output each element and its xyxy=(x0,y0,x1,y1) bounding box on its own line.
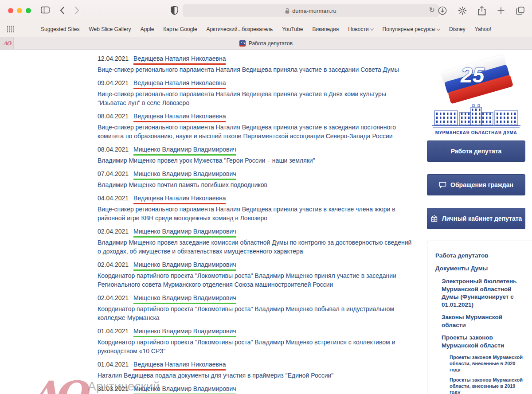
news-date: 01.04.2021 xyxy=(98,360,129,369)
page-content: АО Арктический обозреватель 12.04.2021 В… xyxy=(0,50,532,394)
news-author-link[interactable]: Ведищева Наталия Николаевна xyxy=(133,112,226,122)
news-author-link[interactable]: Мищенко Владимир Владимирович xyxy=(133,384,236,394)
news-author-link[interactable]: Мищенко Владимир Владимирович xyxy=(133,227,236,238)
duma-logo: 25 лет xyxy=(427,57,525,135)
news-date: 09.04.2021 xyxy=(98,78,129,87)
news-date: 07.04.2021 xyxy=(98,169,129,178)
bookmark-item[interactable]: Новости xyxy=(348,26,373,32)
site-favicon xyxy=(239,40,246,47)
news-author-link[interactable]: Мищенко Владимир Владимирович xyxy=(133,260,236,271)
bookmarks-bar: Suggested Sites Web Slice Gallery Apple … xyxy=(0,21,532,37)
reload-icon[interactable]: ↻ xyxy=(429,6,435,14)
news-date: 02.04.2021 xyxy=(98,260,129,269)
downloads-icon[interactable] xyxy=(438,6,447,15)
share-icon[interactable] xyxy=(478,6,486,16)
new-tab-icon[interactable] xyxy=(497,7,505,15)
citizen-appeals-label: Обращения граждан xyxy=(450,181,513,188)
news-author-link[interactable]: Мищенко Владимир Владимирович xyxy=(133,169,236,180)
bookmark-label: YouTube xyxy=(282,26,303,32)
start-page-grid-icon[interactable] xyxy=(7,26,14,32)
news-author-link[interactable]: Мищенко Владимир Владимирович xyxy=(133,293,236,304)
news-item: 08.04.2021 Мищенко Владимир Владимирович… xyxy=(98,145,416,165)
sidebar-nav-box: Работа депутатов Документы Думы Электрон… xyxy=(427,241,532,394)
bookmark-item[interactable]: Disney xyxy=(449,26,466,32)
news-text: Владимир Мищенко почтил память погибших … xyxy=(98,180,416,189)
bookmark-item[interactable]: Википедия xyxy=(312,26,339,32)
news-date: 12.04.2021 xyxy=(98,54,129,63)
sidebar-nav-link[interactable]: Проекты законов Мурманской области, внес… xyxy=(450,354,526,373)
bookmark-item[interactable]: Suggested Sites xyxy=(41,26,79,32)
bookmark-item[interactable]: YouTube xyxy=(282,26,303,32)
bookmarks-list: Suggested Sites Web Slice Gallery Apple … xyxy=(41,26,491,32)
news-author-link[interactable]: Ведищева Наталия Николаевна xyxy=(133,78,226,89)
sidebar-nav-link[interactable]: Документы Думы xyxy=(435,265,532,272)
deputy-cabinet-label: Личный кабинет депутата xyxy=(442,215,522,222)
tab-bar: АО Работа депутатов xyxy=(0,37,532,50)
pinned-tab-favicon: АО xyxy=(3,40,10,47)
news-author-link[interactable]: Мищенко Владимир Владимирович xyxy=(133,327,236,337)
bookmark-label: Карты Google xyxy=(163,26,197,32)
citizen-appeals-button[interactable]: Обращения граждан xyxy=(427,174,525,195)
deputy-work-button[interactable]: Работа депутата xyxy=(427,140,525,162)
zoom-window-button[interactable] xyxy=(26,8,31,13)
forward-icon[interactable] xyxy=(74,6,80,15)
active-tab[interactable]: Работа депутатов xyxy=(239,40,293,47)
news-author-link[interactable]: Ведищева Наталия Николаевна xyxy=(133,360,226,371)
news-item: 09.04.2021 Ведищева Наталия Николаевна В… xyxy=(98,78,416,107)
news-author-link[interactable]: Ведищева Наталия Николаевна xyxy=(133,194,226,204)
news-date: 01.04.2021 xyxy=(98,327,129,335)
browser-toolbar: duma-murman.ru ↻ xyxy=(0,0,532,21)
bookmark-label: Популярные ресурсы xyxy=(383,26,435,32)
bookmark-label: Арктический...бозреватель xyxy=(207,26,273,32)
news-item: 01.04.2021 Ведищева Наталия Николаевна Н… xyxy=(98,360,416,380)
news-item: 02.04.2021 Мищенко Владимир Владимирович… xyxy=(98,293,416,322)
back-icon[interactable] xyxy=(59,6,65,15)
news-date: 02.04.2021 xyxy=(98,293,129,302)
settings-gear-icon[interactable] xyxy=(458,6,467,15)
bookmark-item[interactable]: Популярные ресурсы xyxy=(383,26,440,32)
anniversary-ribbon: 25 лет xyxy=(443,57,509,103)
bookmark-label: Википедия xyxy=(312,26,339,32)
cabinet-icon xyxy=(430,215,438,222)
news-text: Вице-спикер регионального парламента Нат… xyxy=(98,123,416,140)
news-item: 04.04.2021 Ведищева Наталия Николаевна В… xyxy=(98,194,416,222)
news-item: 07.04.2021 Мищенко Владимир Владимирович… xyxy=(98,169,416,189)
sidebar-nav-link[interactable]: Законы Мурманской области xyxy=(442,313,528,329)
news-item: 02.04.2021 Мищенко Владимир Владимирович… xyxy=(98,227,416,256)
sidebar-nav-link[interactable]: Проекты законов Мурманской области, внес… xyxy=(450,377,526,394)
minimize-window-button[interactable] xyxy=(17,8,22,13)
news-date: 08.04.2021 xyxy=(98,112,129,121)
pinned-tab[interactable]: АО xyxy=(0,37,14,49)
news-author-link[interactable]: Ведищева Наталия Николаевна xyxy=(133,54,226,65)
news-list: 12.04.2021 Ведищева Наталия Николаевна В… xyxy=(98,54,416,394)
bookmark-item[interactable]: Арктический...бозреватель xyxy=(207,26,273,32)
close-window-button[interactable] xyxy=(8,8,13,13)
sidebar-nav-link[interactable]: Электронный бюллетень Мурманской областн… xyxy=(442,277,528,308)
anniversary-label: лет xyxy=(471,86,485,94)
news-author-link[interactable]: Мищенко Владимир Владимирович xyxy=(133,145,236,156)
sidebar-nav-link[interactable]: Работа депутатов xyxy=(435,252,532,259)
lock-icon xyxy=(285,8,289,14)
news-text: Владимир Мищенко провел заседание комисс… xyxy=(98,238,416,256)
tab-overview-icon[interactable] xyxy=(516,6,525,15)
deputy-cabinet-button[interactable]: Личный кабинет депутата xyxy=(427,208,525,229)
bookmark-item[interactable]: Yahoo! xyxy=(475,26,491,32)
news-text: Вице-спикер регионального парламента Нат… xyxy=(98,90,416,107)
bookmark-item[interactable]: Apple xyxy=(141,26,154,32)
news-item: 01.04.2021 Мищенко Владимир Владимирович… xyxy=(98,327,416,355)
news-item: 02.04.2021 Мищенко Владимир Владимирович… xyxy=(98,260,416,289)
sidebar-toggle-icon[interactable] xyxy=(41,6,50,14)
privacy-shield-icon[interactable] xyxy=(171,6,178,15)
bookmark-item[interactable]: Карты Google xyxy=(163,26,197,32)
news-date: 08.04.2021 xyxy=(98,145,129,154)
address-bar[interactable]: duma-murman.ru ↻ xyxy=(183,4,439,17)
watermark-monogram: АО xyxy=(28,372,80,394)
bookmark-label: Yahoo! xyxy=(475,26,491,32)
sidebar-nav-link[interactable]: Проекты законов Мурманской области xyxy=(442,334,528,349)
tab-title: Работа депутатов xyxy=(249,40,293,47)
news-item: 12.04.2021 Ведищева Наталия Николаевна В… xyxy=(98,54,416,74)
news-text: Координатор партийного проекта "Локомоти… xyxy=(98,338,416,355)
news-item: 31.03.2021 Мищенко Владимир Владимирович… xyxy=(98,384,416,394)
bookmark-item[interactable]: Web Slice Gallery xyxy=(89,26,131,32)
speech-bubble-icon xyxy=(439,182,446,188)
